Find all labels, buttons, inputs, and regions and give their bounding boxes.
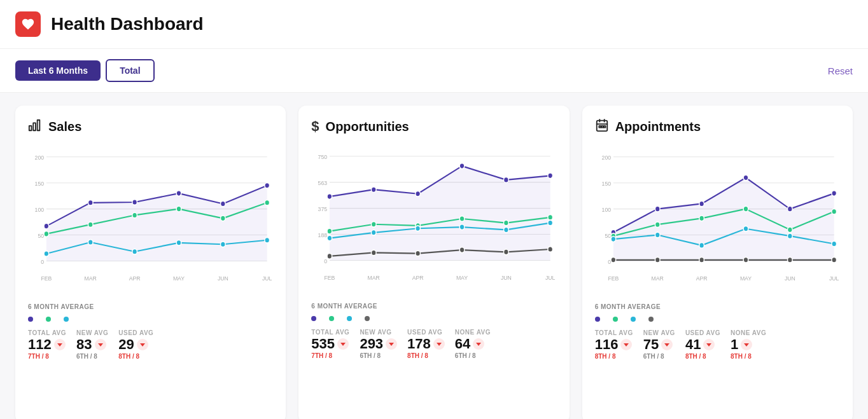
svg-point-22 [132,212,137,218]
opp-legend-dots [311,312,556,324]
opp-total-rank: 7TH / 8 [311,352,349,359]
svg-text:375: 375 [318,206,327,213]
svg-text:0: 0 [608,258,611,265]
opp-total-down [337,338,349,350]
svg-point-109 [611,237,616,242]
sales-stats-row: TOTAL AVG 112 7TH / 8 NEW AVG 83 6TH / 8 [28,329,273,360]
opp-used-rank: 8TH / 8 [407,352,445,359]
appt-new-stat: NEW AVG 75 6TH / 8 [643,329,675,360]
svg-text:MAR: MAR [368,275,381,282]
svg-text:200: 200 [35,155,44,161]
svg-text:JUL: JUL [262,275,272,282]
svg-rect-0 [29,126,32,130]
opp-used-down [433,338,445,350]
svg-point-113 [787,233,792,239]
new-dot [46,313,53,324]
svg-point-20 [44,231,49,237]
sales-total-rank: 7TH / 8 [28,353,66,360]
appt-total-down [620,339,632,350]
appt-new-rank: 6TH / 8 [643,353,675,360]
sales-title: Sales [48,120,81,134]
opp-new-rank: 6TH / 8 [360,352,397,359]
svg-text:JUL: JUL [545,275,555,282]
sales-total-value: 112 [28,336,66,353]
svg-text:MAY: MAY [456,275,468,282]
svg-point-115 [611,257,616,263]
sales-used-label: USED AVG [118,329,153,336]
opp-none-stat: NONE AVG 64 6TH / 8 [455,329,491,359]
svg-point-67 [327,254,332,259]
total-button[interactable]: Total [106,59,154,82]
opportunities-title: Opportunities [326,120,409,134]
svg-text:200: 200 [601,155,610,161]
svg-point-19 [265,182,270,188]
svg-point-54 [548,173,553,179]
svg-point-21 [88,222,93,228]
opp-total-stat: TOTAL AVG 535 7TH / 8 [311,329,349,359]
appt-none-down [741,339,752,350]
svg-point-120 [831,257,836,263]
svg-point-71 [504,249,509,255]
opportunities-chart: 0188375563750FEBMARAPRMAYJUNJUL [311,142,556,295]
svg-point-72 [548,247,553,252]
total-dot [28,313,36,324]
app-icon [15,11,41,37]
appt-used-rank: 8TH / 8 [685,353,720,360]
sales-legend-dots [28,313,273,324]
svg-point-116 [655,257,660,263]
svg-point-55 [327,228,332,234]
sales-card: Sales 050100150200FEBMARAPRMAYJUNJUL 6 M… [15,106,286,419]
opp-used-stat: USED AVG 178 8TH / 8 [407,329,445,359]
sales-card-header: Sales [28,118,273,135]
svg-point-30 [220,242,225,247]
svg-rect-1 [33,123,36,130]
svg-rect-2 [38,120,40,131]
svg-point-106 [743,206,748,212]
svg-point-60 [548,214,553,220]
svg-text:MAY: MAY [740,275,752,282]
svg-point-28 [132,249,137,254]
svg-point-52 [459,163,465,169]
dashboard: Sales 050100150200FEBMARAPRMAYJUNJUL 6 M… [0,93,868,419]
appt-used-stat: USED AVG 41 8TH / 8 [685,329,720,360]
svg-text:50: 50 [605,232,611,239]
svg-point-24 [220,216,225,221]
svg-point-31 [265,237,270,243]
reset-link[interactable]: Reset [828,65,853,76]
svg-point-65 [504,227,509,233]
svg-rect-84 [601,126,603,128]
svg-text:FEB: FEB [41,275,52,282]
appt-legend: 6 MONTH AVERAGE TOTAL AVG 116 8TH / 8 N [595,303,840,360]
sales-used-value: 29 [118,336,153,353]
svg-point-108 [831,209,836,214]
opportunities-card-header: $ Opportunities [311,118,556,135]
svg-point-14 [44,223,49,229]
appt-new-dot [613,313,620,324]
appt-stats-row: TOTAL AVG 116 8TH / 8 NEW AVG 75 6TH / 8 [595,329,840,360]
svg-point-102 [831,191,836,196]
page-title: Health Dashboard [51,14,204,34]
svg-point-56 [372,221,377,227]
svg-point-98 [655,206,660,212]
svg-point-111 [699,243,704,249]
dollar-icon: $ [311,118,319,135]
appt-legend-label: 6 MONTH AVERAGE [595,303,840,310]
svg-text:MAR: MAR [85,275,97,282]
svg-point-114 [831,241,836,247]
toolbar: Last 6 Months Total Reset [0,49,868,93]
svg-text:188: 188 [318,231,327,238]
svg-point-49 [327,194,332,200]
sales-legend: 6 MONTH AVERAGE TOTAL AVG 112 7TH / 8 NE… [28,303,273,360]
last-6-months-button[interactable]: Last 6 Months [15,60,101,81]
svg-text:563: 563 [318,180,327,187]
sales-total-stat: TOTAL AVG 112 7TH / 8 [28,329,66,360]
svg-point-68 [372,250,377,256]
svg-text:JUN: JUN [218,275,228,282]
appt-total-dot [595,313,603,324]
svg-text:APR: APR [696,275,707,282]
sales-new-rank: 6TH / 8 [76,353,108,360]
opp-legend: 6 MONTH AVERAGE TOTAL AVG 535 7TH / 8 N [311,303,556,359]
appt-new-down [661,339,673,350]
svg-text:JUN: JUN [785,275,795,282]
sales-chart: 050100150200FEBMARAPRMAYJUNJUL [28,143,273,296]
